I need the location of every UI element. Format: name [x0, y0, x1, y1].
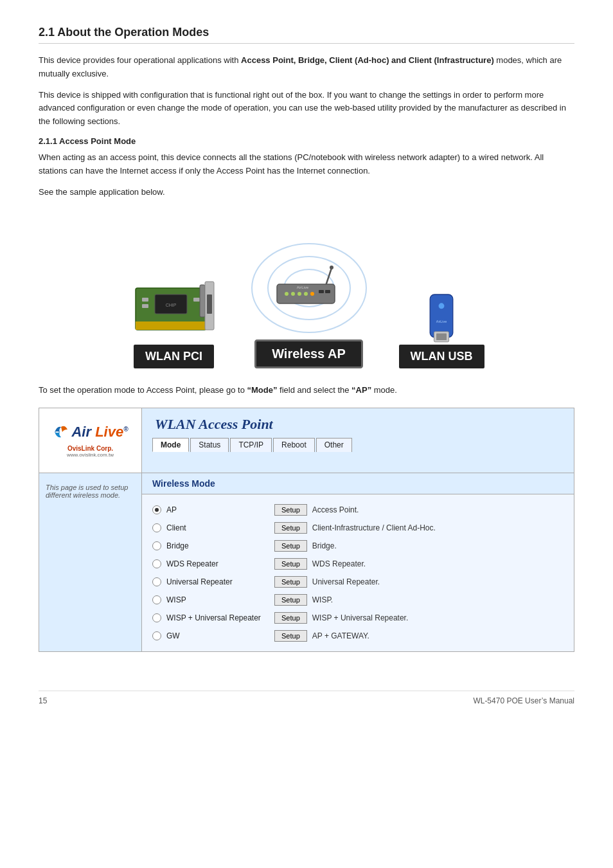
mode-row: WISPSetupWISP.: [152, 591, 564, 609]
svg-rect-19: [325, 290, 330, 293]
setup-button-6[interactable]: Setup: [274, 612, 307, 624]
svg-rect-7: [200, 285, 205, 317]
sidebar-panel: This page is used to setup different wir…: [39, 473, 142, 651]
mode-desc-0: Access Point.: [312, 505, 359, 514]
mode-radio-wisp[interactable]: [152, 595, 161, 604]
para1-bold: Access Point, Bridge, Client (Ad-hoc) an…: [241, 55, 494, 65]
mode-row: ClientSetupClient-Infrastructure / Clien…: [152, 519, 564, 537]
svg-rect-23: [436, 334, 447, 341]
mode-name-5: WISP: [166, 595, 269, 604]
svg-point-14: [291, 292, 295, 296]
manual-title: WL-5470 POE User’s Manual: [473, 696, 574, 705]
tab-mode[interactable]: Mode: [152, 438, 189, 452]
airlive-logo-icon: [52, 423, 70, 441]
intro-paragraph-2: This device is shipped with configuratio…: [39, 89, 574, 129]
sidebar-text: This page is used to setup different wir…: [46, 484, 135, 499]
mode-desc-1: Client-Infrastructure / Client Ad-Hoc.: [312, 523, 436, 532]
devices-row: CHIP WLAN PCI: [39, 214, 574, 368]
svg-text:AirLive: AirLive: [436, 320, 447, 324]
setup-button-3[interactable]: Setup: [274, 558, 307, 570]
web-ui-body: This page is used to setup different wir…: [39, 473, 574, 651]
mode-name-0: AP: [166, 505, 269, 514]
logo-url: www.ovislink.com.tw: [67, 452, 114, 458]
wireless-mode-header: Wireless Mode: [142, 473, 574, 494]
wlan-pci-label: WLAN PCI: [134, 345, 214, 368]
mode-radio-universal-repeater[interactable]: [152, 577, 161, 586]
wlan-usb-image: AirLive: [416, 301, 467, 339]
mode-name-4: Universal Repeater: [166, 577, 269, 586]
svg-rect-6: [193, 298, 200, 302]
notice-text-mid: field and select the: [277, 385, 351, 395]
tab-status[interactable]: Status: [190, 438, 229, 452]
notice-text-end: mode.: [371, 385, 397, 395]
mode-radio-wisp-+-universal-repeater[interactable]: [152, 613, 161, 622]
mode-name-7: GW: [166, 631, 269, 640]
nav-tabs: Mode Status TCP/IP Reboot Other: [142, 435, 574, 452]
wlan-pci-device: CHIP WLAN PCI: [129, 275, 219, 368]
svg-rect-1: [136, 321, 206, 330]
svg-point-24: [439, 303, 445, 309]
svg-rect-5: [142, 304, 148, 308]
page-footer: 15 WL-5470 POE User’s Manual: [39, 691, 574, 705]
mode-name-1: Client: [166, 523, 269, 532]
mode-row: BridgeSetupBridge.: [152, 537, 564, 555]
notice-ap-bold: “AP”: [351, 385, 371, 395]
notice-text: To set the operation mode to Access Poin…: [39, 384, 574, 397]
panel-title: WLAN Access Point: [142, 408, 574, 435]
setup-button-5[interactable]: Setup: [274, 594, 307, 606]
setup-button-0[interactable]: Setup: [274, 504, 307, 516]
mode-table: APSetupAccess Point.ClientSetupClient-In…: [142, 494, 574, 651]
mode-desc-2: Bridge.: [312, 541, 337, 550]
mode-name-6: WISP + Universal Repeater: [166, 613, 269, 622]
svg-point-16: [304, 292, 308, 296]
setup-button-7[interactable]: Setup: [274, 630, 307, 642]
svg-point-13: [285, 292, 289, 296]
mode-radio-bridge[interactable]: [152, 541, 161, 550]
mode-desc-4: Universal Repeater.: [312, 577, 380, 586]
svg-point-11: [330, 266, 333, 269]
svg-rect-18: [319, 290, 324, 293]
diagram-area: CHIP WLAN PCI: [39, 214, 574, 368]
mode-radio-client[interactable]: [152, 523, 161, 532]
mode-row: WDS RepeaterSetupWDS Repeater.: [152, 555, 564, 573]
mode-name-3: WDS Repeater: [166, 559, 269, 568]
intro-paragraph-1: This device provides four operational ap…: [39, 54, 574, 81]
svg-point-17: [310, 292, 314, 296]
mode-desc-6: WISP + Universal Repeater.: [312, 613, 409, 622]
wlan-usb-label: WLAN USB: [399, 345, 484, 368]
setup-button-2[interactable]: Setup: [274, 540, 307, 552]
web-ui-title-nav: WLAN Access Point Mode Status TCP/IP Reb…: [142, 408, 574, 473]
subsection-paragraph: When acting as an access point, this dev…: [39, 151, 574, 178]
sample-text: See the sample application below.: [39, 186, 574, 199]
mode-radio-wds-repeater[interactable]: [152, 559, 161, 568]
router-icon: AirLive: [274, 265, 344, 312]
setup-button-1[interactable]: Setup: [274, 522, 307, 534]
tab-other[interactable]: Other: [316, 438, 352, 452]
rings-container: AirLive: [245, 237, 373, 339]
logo-brand-text: Air Live®: [71, 424, 128, 440]
mode-name-2: Bridge: [166, 541, 269, 550]
mode-row: WISP + Universal RepeaterSetupWISP + Uni…: [152, 609, 564, 627]
svg-rect-4: [142, 298, 148, 302]
notice-text-start: To set the operation mode to Access Poin…: [39, 385, 247, 395]
mode-radio-ap[interactable]: [152, 505, 161, 514]
mode-row: GWSetupAP + GATEWAY.: [152, 627, 564, 645]
svg-rect-9: [207, 294, 212, 314]
main-content: Wireless Mode APSetupAccess Point.Client…: [142, 473, 574, 651]
para1-text: This device provides four operational ap…: [39, 55, 241, 65]
airlive-logo: Air Live® OvisLink Corp. www.ovislink.co…: [39, 408, 142, 473]
subsection-title: 2.1.1 Access Point Mode: [39, 136, 574, 146]
setup-button-4[interactable]: Setup: [274, 576, 307, 588]
mode-row: Universal RepeaterSetupUniversal Repeate…: [152, 573, 564, 591]
logo-company: OvisLink Corp.: [67, 445, 113, 452]
svg-point-15: [298, 292, 301, 296]
wireless-ap-label: Wireless AP: [254, 339, 363, 368]
mode-radio-gw[interactable]: [152, 631, 161, 640]
wlan-pci-image: CHIP: [129, 275, 219, 339]
tab-reboot[interactable]: Reboot: [273, 438, 315, 452]
tab-tcpip[interactable]: TCP/IP: [230, 438, 272, 452]
mode-desc-7: AP + GATEWAY.: [312, 631, 369, 640]
web-ui-panel: Air Live® OvisLink Corp. www.ovislink.co…: [39, 408, 574, 652]
mode-desc-3: WDS Repeater.: [312, 559, 366, 568]
web-ui-header: Air Live® OvisLink Corp. www.ovislink.co…: [39, 408, 574, 473]
